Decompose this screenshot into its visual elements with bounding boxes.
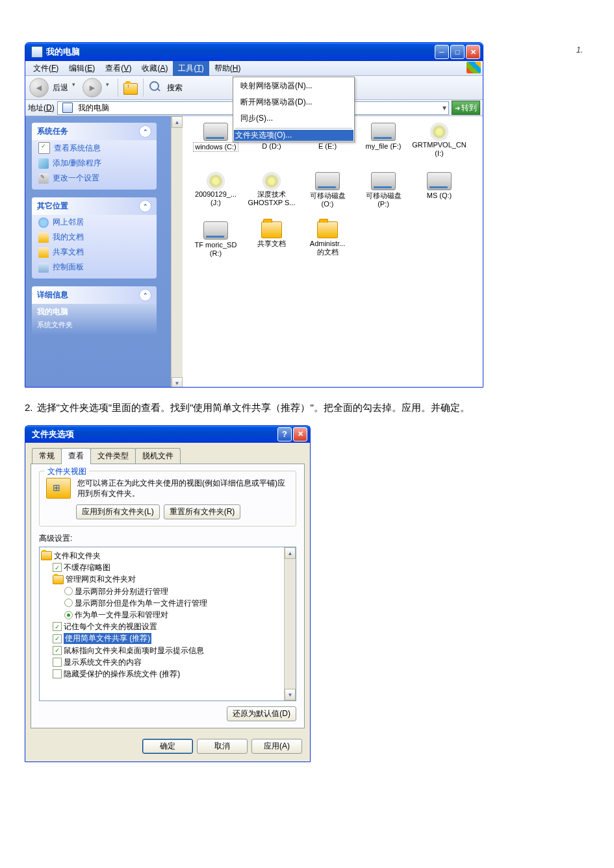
scroll-down-icon[interactable]: ▼ bbox=[172, 377, 183, 388]
maximize-button[interactable]: □ bbox=[450, 45, 465, 59]
search-icon[interactable] bbox=[149, 81, 163, 95]
menu-bar: 文件(F) 编辑(E) 查看(V) 收藏(A) 工具(T) 帮助(H) bbox=[25, 61, 483, 76]
link-mydocs[interactable]: 我的文档 bbox=[32, 230, 157, 245]
apply-button[interactable]: 应用(A) bbox=[251, 739, 302, 754]
scrollbar[interactable]: ▲ ▼ bbox=[284, 547, 296, 701]
drive-item[interactable]: TF moric_SD(R:) bbox=[188, 221, 244, 271]
checkbox-icon[interactable] bbox=[53, 658, 62, 667]
folder-icon bbox=[316, 221, 339, 238]
tree-node[interactable]: 作为单一文件显示和管理对 bbox=[41, 609, 294, 621]
link-network[interactable]: 网上邻居 bbox=[32, 215, 157, 230]
drive-item[interactable]: 可移动磁盘(P:) bbox=[355, 172, 411, 221]
menu-map-drive[interactable]: 映射网络驱动器(N)... bbox=[234, 78, 353, 94]
advanced-tree[interactable]: ▲ ▼ 文件和文件夹 ✓不缓存缩略图 管理网页和文件夹对 显示两部分并分别进行管… bbox=[39, 547, 296, 701]
drive-item[interactable]: 共享文档 bbox=[244, 221, 300, 271]
tab-general[interactable]: 常规 bbox=[32, 448, 62, 464]
help-button[interactable]: ? bbox=[277, 427, 292, 441]
scroll-down-icon[interactable]: ▼ bbox=[285, 689, 296, 701]
collapse-icon[interactable]: ⌃ bbox=[139, 125, 151, 138]
scrollbar[interactable]: ▲ ▼ bbox=[171, 116, 183, 388]
tree-node[interactable]: 显示两部分并分别进行管理 bbox=[41, 586, 294, 597]
forward-button[interactable]: ► bbox=[83, 78, 102, 97]
tree-node-simple-sharing[interactable]: ✓使用简单文件共享 (推荐) bbox=[41, 632, 294, 644]
windows-logo-icon bbox=[467, 62, 481, 73]
checkbox-icon[interactable]: ✓ bbox=[53, 622, 62, 631]
drive-item[interactable]: GRTMPVOL_CN(I:) bbox=[411, 123, 467, 172]
drive-label: windows (C:) bbox=[193, 142, 238, 152]
tree-node-root[interactable]: 文件和文件夹 bbox=[41, 550, 294, 562]
menu-sync[interactable]: 同步(S)... bbox=[234, 110, 353, 127]
forward-dropdown-icon[interactable]: ▾ bbox=[106, 81, 112, 94]
scroll-up-icon[interactable]: ▲ bbox=[285, 547, 296, 559]
address-label: 地址(D) bbox=[28, 103, 55, 114]
link-controlpanel[interactable]: 控制面板 bbox=[32, 260, 157, 275]
group-label: 文件夹视图 bbox=[45, 466, 89, 477]
content-area[interactable]: windows (C:)D (D:)E (E:)my_file (F:)GRTM… bbox=[183, 116, 483, 388]
close-button[interactable]: ✕ bbox=[466, 45, 480, 59]
mycomputer-icon bbox=[31, 46, 43, 58]
tree-node[interactable]: 管理网页和文件夹对 bbox=[41, 573, 294, 585]
checkbox-icon[interactable]: ✓ bbox=[53, 634, 62, 643]
radio-icon[interactable] bbox=[64, 587, 73, 595]
menu-tools[interactable]: 工具(T) bbox=[173, 61, 209, 76]
link-add-remove[interactable]: 添加/删除程序 bbox=[32, 156, 157, 171]
menu-disconnect-drive[interactable]: 断开网络驱动器(D)... bbox=[234, 94, 353, 110]
ok-button[interactable]: 确定 bbox=[142, 739, 193, 754]
restore-defaults-button[interactable]: 还原为默认值(D) bbox=[227, 706, 296, 721]
tab-offline[interactable]: 脱机文件 bbox=[135, 448, 181, 464]
link-system-info[interactable]: 查看系统信息 bbox=[32, 140, 157, 156]
drive-label: Administr... bbox=[310, 240, 345, 248]
minimize-button[interactable]: ─ bbox=[435, 45, 449, 59]
drive-item[interactable]: MS (Q:) bbox=[411, 172, 467, 221]
tree-node[interactable]: 显示两部分但是作为单一文件进行管理 bbox=[41, 597, 294, 609]
checkbox-icon[interactable]: ✓ bbox=[53, 646, 62, 655]
back-dropdown-icon[interactable]: ▾ bbox=[72, 81, 79, 94]
cdrom-icon bbox=[428, 123, 451, 140]
harddisk-icon bbox=[371, 123, 396, 141]
collapse-icon[interactable]: ⌃ bbox=[139, 289, 151, 301]
drive-item[interactable]: Administr...的文档 bbox=[300, 221, 355, 271]
drive-item[interactable]: 可移动磁盘(O:) bbox=[300, 172, 355, 221]
title-bar[interactable]: 我的电脑 ─ □ ✕ bbox=[25, 43, 483, 61]
cancel-button[interactable]: 取消 bbox=[197, 739, 248, 754]
menu-view[interactable]: 查看(V) bbox=[100, 61, 136, 76]
tree-node[interactable]: ✓记住每个文件夹的视图设置 bbox=[41, 621, 294, 632]
drive-item[interactable]: my_file (F:) bbox=[355, 123, 411, 172]
menu-help[interactable]: 帮助(H) bbox=[209, 61, 246, 76]
instruction-text: 2.选择"文件夹选项"里面的查看。找到"使用简单文件共享（推荐）"。把全面的勾去… bbox=[25, 399, 589, 416]
tree-node[interactable]: 显示系统文件夹的内容 bbox=[41, 656, 294, 668]
dialog-footer: 确定 取消 应用(A) bbox=[25, 734, 310, 762]
scroll-up-icon[interactable]: ▲ bbox=[172, 116, 183, 128]
checkbox-icon[interactable] bbox=[53, 669, 62, 678]
reset-all-button[interactable]: 重置所有文件夹(R) bbox=[164, 504, 241, 519]
back-button[interactable]: ◄ bbox=[29, 78, 49, 97]
checkbox-icon[interactable]: ✓ bbox=[53, 563, 62, 572]
drive-sublabel: 的文档 bbox=[317, 248, 339, 256]
link-change-setting[interactable]: 更改一个设置 bbox=[32, 171, 157, 186]
dropdown-icon[interactable]: ▾ bbox=[442, 103, 448, 112]
folder-icon bbox=[38, 247, 49, 258]
tab-filetypes[interactable]: 文件类型 bbox=[90, 448, 136, 464]
menu-edit[interactable]: 编辑(E) bbox=[64, 61, 100, 76]
drive-item[interactable]: 20090129_...(J:) bbox=[188, 172, 244, 221]
radio-icon[interactable] bbox=[64, 599, 73, 607]
panel-other-places: 其它位置⌃ 网上邻居 我的文档 共享文档 控制面板 bbox=[32, 197, 157, 279]
menu-file[interactable]: 文件(F) bbox=[28, 61, 64, 76]
link-shared[interactable]: 共享文档 bbox=[32, 245, 157, 260]
toolbar-separator bbox=[143, 79, 144, 97]
tree-node[interactable]: 隐藏受保护的操作系统文件 (推荐) bbox=[41, 668, 294, 680]
folder-options-dialog: 文件夹选项 ? ✕ 常规 查看 文件类型 脱机文件 文件夹视图 您可以将正在为此… bbox=[25, 425, 311, 763]
close-button[interactable]: ✕ bbox=[293, 427, 307, 441]
drive-item[interactable]: 深度技术GHOSTXP S... bbox=[244, 172, 300, 221]
tree-node[interactable]: ✓不缓存缩略图 bbox=[41, 562, 294, 573]
tab-view[interactable]: 查看 bbox=[61, 448, 91, 464]
collapse-icon[interactable]: ⌃ bbox=[139, 200, 151, 212]
radio-icon[interactable] bbox=[64, 611, 73, 619]
menu-favorites[interactable]: 收藏(A) bbox=[136, 61, 173, 76]
go-button[interactable]: 转到 bbox=[452, 101, 480, 115]
menu-folder-options[interactable]: 文件夹选项(O)... bbox=[234, 130, 353, 141]
tree-node[interactable]: ✓鼠标指向文件夹和桌面项时显示提示信息 bbox=[41, 645, 294, 656]
dialog-title-bar[interactable]: 文件夹选项 ? ✕ bbox=[25, 426, 310, 443]
apply-all-button[interactable]: 应用到所有文件夹(L) bbox=[76, 504, 160, 519]
up-folder-button[interactable] bbox=[123, 81, 138, 95]
